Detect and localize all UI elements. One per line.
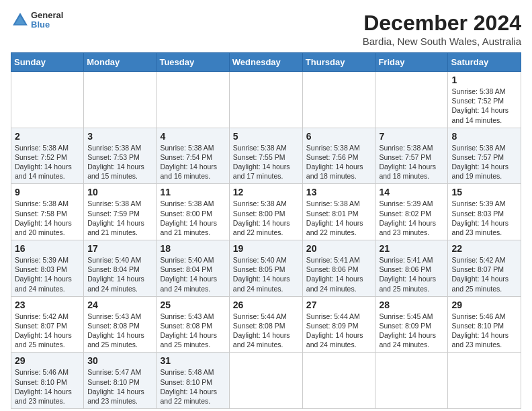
day-number: 20 [306, 243, 372, 254]
day-info: Sunrise: 5:42 AM Sunset: 8:07 PM Dayligh… [451, 255, 517, 293]
day-number: 27 [306, 300, 372, 310]
page-header: General Blue December 2024 Bardia, New S… [11, 11, 521, 47]
day-number: 12 [233, 187, 299, 197]
logo-text: General Blue [31, 11, 63, 30]
day-info: Sunrise: 5:38 AM Sunset: 7:57 PM Dayligh… [451, 143, 517, 181]
day-of-week-header: Sunday [11, 53, 84, 72]
calendar-cell: 31Sunrise: 5:48 AM Sunset: 8:10 PM Dayli… [157, 353, 229, 409]
day-info: Sunrise: 5:41 AM Sunset: 8:06 PM Dayligh… [306, 255, 372, 293]
calendar-cell [84, 72, 157, 128]
day-of-week-header: Monday [84, 53, 157, 72]
day-number: 11 [160, 187, 225, 197]
calendar-cell: 19Sunrise: 5:40 AM Sunset: 8:05 PM Dayli… [229, 240, 302, 297]
logo-line2: Blue [31, 20, 63, 30]
day-number: 22 [451, 243, 517, 254]
calendar-cell: 21Sunrise: 5:41 AM Sunset: 8:06 PM Dayli… [375, 240, 448, 297]
calendar-cell: 9Sunrise: 5:38 AM Sunset: 7:58 PM Daylig… [11, 184, 84, 240]
day-number: 17 [87, 243, 152, 254]
calendar-cell: 16Sunrise: 5:39 AM Sunset: 8:03 PM Dayli… [11, 240, 84, 297]
calendar-cell: 28Sunrise: 5:45 AM Sunset: 8:09 PM Dayli… [375, 296, 448, 353]
calendar-cell: 24Sunrise: 5:43 AM Sunset: 8:08 PM Dayli… [84, 296, 157, 353]
calendar-cell: 20Sunrise: 5:41 AM Sunset: 8:06 PM Dayli… [302, 240, 375, 297]
calendar-cell [302, 353, 375, 409]
day-of-week-header: Saturday [448, 53, 521, 72]
calendar-cell: 11Sunrise: 5:38 AM Sunset: 8:00 PM Dayli… [157, 184, 229, 240]
day-info: Sunrise: 5:38 AM Sunset: 7:58 PM Dayligh… [15, 199, 80, 237]
calendar-cell: 4Sunrise: 5:38 AM Sunset: 7:54 PM Daylig… [157, 128, 229, 184]
calendar-week-row: 2Sunrise: 5:38 AM Sunset: 7:52 PM Daylig… [11, 128, 521, 184]
day-info: Sunrise: 5:38 AM Sunset: 7:52 PM Dayligh… [451, 87, 517, 125]
day-number: 30 [87, 355, 152, 366]
day-info: Sunrise: 5:47 AM Sunset: 8:10 PM Dayligh… [87, 367, 152, 406]
calendar-week-row: 1Sunrise: 5:38 AM Sunset: 7:52 PM Daylig… [11, 72, 521, 128]
day-number: 9 [15, 187, 80, 197]
day-info: Sunrise: 5:40 AM Sunset: 8:04 PM Dayligh… [87, 255, 152, 293]
day-of-week-header: Wednesday [229, 53, 302, 72]
day-info: Sunrise: 5:39 AM Sunset: 8:03 PM Dayligh… [15, 255, 80, 293]
day-number: 21 [379, 243, 444, 254]
title-block: December 2024 Bardia, New South Wales, A… [363, 11, 521, 47]
calendar-cell: 12Sunrise: 5:38 AM Sunset: 8:00 PM Dayli… [229, 184, 302, 240]
day-info: Sunrise: 5:38 AM Sunset: 8:00 PM Dayligh… [233, 199, 299, 237]
day-of-week-header: Thursday [302, 53, 375, 72]
day-info: Sunrise: 5:46 AM Sunset: 8:10 PM Dayligh… [15, 367, 80, 406]
day-info: Sunrise: 5:39 AM Sunset: 8:02 PM Dayligh… [379, 199, 444, 237]
day-number: 18 [160, 243, 225, 254]
calendar-cell: 7Sunrise: 5:38 AM Sunset: 7:57 PM Daylig… [375, 128, 448, 184]
day-info: Sunrise: 5:43 AM Sunset: 8:08 PM Dayligh… [87, 312, 152, 350]
calendar-cell [448, 353, 521, 409]
day-number: 3 [87, 131, 152, 142]
logo: General Blue [11, 11, 63, 30]
day-info: Sunrise: 5:43 AM Sunset: 8:08 PM Dayligh… [160, 312, 225, 350]
day-info: Sunrise: 5:44 AM Sunset: 8:08 PM Dayligh… [233, 312, 299, 350]
day-info: Sunrise: 5:40 AM Sunset: 8:05 PM Dayligh… [233, 255, 299, 293]
day-number: 25 [160, 300, 225, 310]
calendar-cell: 27Sunrise: 5:44 AM Sunset: 8:09 PM Dayli… [302, 296, 375, 353]
day-number: 7 [379, 131, 444, 142]
calendar-cell: 1Sunrise: 5:38 AM Sunset: 7:52 PM Daylig… [448, 72, 521, 128]
calendar-cell: 2Sunrise: 5:38 AM Sunset: 7:52 PM Daylig… [11, 128, 84, 184]
day-number: 1 [451, 75, 517, 85]
day-number: 23 [15, 300, 80, 310]
day-number: 5 [233, 131, 299, 142]
day-info: Sunrise: 5:38 AM Sunset: 7:59 PM Dayligh… [87, 199, 152, 237]
logo-icon [11, 11, 30, 30]
day-number: 29 [15, 355, 80, 366]
day-info: Sunrise: 5:44 AM Sunset: 8:09 PM Dayligh… [306, 312, 372, 350]
calendar-cell [302, 72, 375, 128]
day-info: Sunrise: 5:48 AM Sunset: 8:10 PM Dayligh… [160, 367, 225, 406]
calendar-header-row: SundayMondayTuesdayWednesdayThursdayFrid… [11, 53, 521, 72]
day-number: 24 [87, 300, 152, 310]
day-info: Sunrise: 5:38 AM Sunset: 7:52 PM Dayligh… [15, 143, 80, 181]
day-number: 4 [160, 131, 225, 142]
day-info: Sunrise: 5:45 AM Sunset: 8:09 PM Dayligh… [379, 312, 444, 350]
day-number: 6 [306, 131, 372, 142]
calendar-cell [375, 353, 448, 409]
calendar-cell: 5Sunrise: 5:38 AM Sunset: 7:55 PM Daylig… [229, 128, 302, 184]
day-number: 31 [160, 355, 225, 366]
calendar-cell: 30Sunrise: 5:47 AM Sunset: 8:10 PM Dayli… [84, 353, 157, 409]
day-number: 2 [15, 131, 80, 142]
day-number: 28 [379, 300, 444, 310]
calendar-cell: 29Sunrise: 5:46 AM Sunset: 8:10 PM Dayli… [448, 296, 521, 353]
calendar-cell [11, 72, 84, 128]
day-info: Sunrise: 5:41 AM Sunset: 8:06 PM Dayligh… [379, 255, 444, 293]
calendar-cell [229, 353, 302, 409]
day-number: 15 [451, 187, 517, 197]
day-info: Sunrise: 5:40 AM Sunset: 8:04 PM Dayligh… [160, 255, 225, 293]
calendar-cell: 22Sunrise: 5:42 AM Sunset: 8:07 PM Dayli… [448, 240, 521, 297]
day-number: 29 [451, 300, 517, 310]
day-number: 14 [379, 187, 444, 197]
calendar-cell: 29Sunrise: 5:46 AM Sunset: 8:10 PM Dayli… [11, 353, 84, 409]
day-number: 16 [15, 243, 80, 254]
calendar-cell: 26Sunrise: 5:44 AM Sunset: 8:08 PM Dayli… [229, 296, 302, 353]
calendar-week-row: 16Sunrise: 5:39 AM Sunset: 8:03 PM Dayli… [11, 240, 521, 297]
day-info: Sunrise: 5:38 AM Sunset: 7:56 PM Dayligh… [306, 143, 372, 181]
day-of-week-header: Friday [375, 53, 448, 72]
calendar-cell: 18Sunrise: 5:40 AM Sunset: 8:04 PM Dayli… [157, 240, 229, 297]
calendar-week-row: 9Sunrise: 5:38 AM Sunset: 7:58 PM Daylig… [11, 184, 521, 240]
day-info: Sunrise: 5:42 AM Sunset: 8:07 PM Dayligh… [15, 312, 80, 350]
day-info: Sunrise: 5:38 AM Sunset: 7:55 PM Dayligh… [233, 143, 299, 181]
calendar-cell: 3Sunrise: 5:38 AM Sunset: 7:53 PM Daylig… [84, 128, 157, 184]
day-info: Sunrise: 5:38 AM Sunset: 7:57 PM Dayligh… [379, 143, 444, 181]
